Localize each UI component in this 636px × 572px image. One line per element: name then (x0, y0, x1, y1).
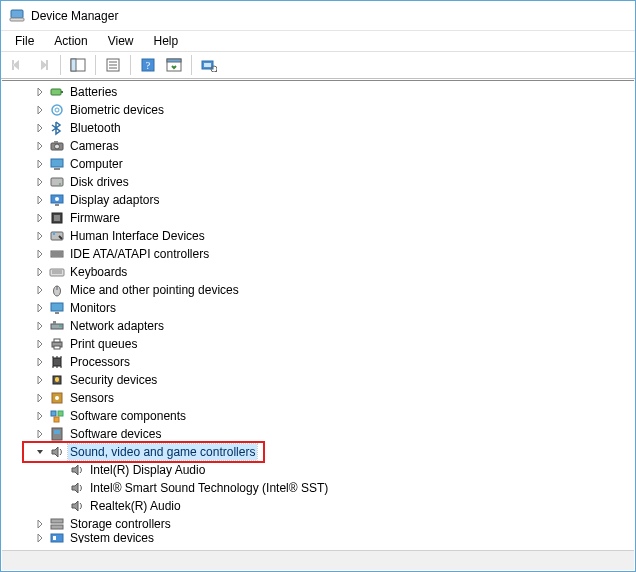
tree-node-label[interactable]: Print queues (68, 336, 139, 352)
chevron-right-icon[interactable] (32, 318, 48, 334)
chevron-right-icon[interactable] (32, 300, 48, 316)
tree-row[interactable]: Human Interface Devices (2, 227, 634, 245)
tree-row[interactable]: Sensors (2, 389, 634, 407)
tree-row[interactable]: Firmware (2, 209, 634, 227)
tree-row[interactable]: Batteries (2, 83, 634, 101)
tree-content-area[interactable]: BatteriesBiometric devicesBluetoothCamer… (2, 80, 634, 550)
tree-node-label[interactable]: Human Interface Devices (68, 228, 207, 244)
chevron-right-icon[interactable] (32, 426, 48, 442)
tree-node-label[interactable]: IDE ATA/ATAPI controllers (68, 246, 211, 262)
menu-help[interactable]: Help (146, 33, 187, 49)
tree-node-label[interactable]: Firmware (68, 210, 122, 226)
tree-row[interactable]: Keyboards (2, 263, 634, 281)
chevron-right-icon[interactable] (32, 138, 48, 154)
toolbar-separator (60, 55, 61, 75)
scan-hardware-button[interactable] (197, 54, 221, 76)
tree-node-label[interactable]: System devices (68, 533, 156, 543)
tree-node-label[interactable]: Realtek(R) Audio (88, 498, 183, 514)
tree-row[interactable]: Biometric devices (2, 101, 634, 119)
titlebar: Device Manager (1, 1, 635, 31)
tree-row[interactable]: Sound, video and game controllers (2, 443, 634, 461)
help-button[interactable]: ? (136, 54, 160, 76)
back-button (5, 54, 29, 76)
tree-row[interactable]: Cameras (2, 137, 634, 155)
chevron-right-icon[interactable] (32, 228, 48, 244)
tree-row[interactable]: Intel® Smart Sound Technology (Intel® SS… (2, 479, 634, 497)
tree-node-label[interactable]: Security devices (68, 372, 159, 388)
tree-node-label[interactable]: Network adapters (68, 318, 166, 334)
bluetooth-icon (49, 120, 65, 136)
chevron-right-icon[interactable] (32, 390, 48, 406)
tree-row[interactable]: IDE ATA/ATAPI controllers (2, 245, 634, 263)
tree-row[interactable]: Realtek(R) Audio (2, 497, 634, 515)
menu-file[interactable]: File (7, 33, 42, 49)
tree-node-label[interactable]: Sound, video and game controllers (68, 444, 257, 460)
tree-row[interactable]: Storage controllers (2, 515, 634, 533)
tree-row[interactable]: Computer (2, 155, 634, 173)
chevron-right-icon[interactable] (32, 372, 48, 388)
sound-icon (69, 480, 85, 496)
tree-node-label[interactable]: Storage controllers (68, 516, 173, 532)
chevron-right-icon[interactable] (32, 210, 48, 226)
tree-node-label[interactable]: Keyboards (68, 264, 129, 280)
svg-rect-43 (55, 312, 59, 314)
tree-row[interactable]: Print queues (2, 335, 634, 353)
tree-node-label[interactable]: Disk drives (68, 174, 131, 190)
chevron-right-icon[interactable] (32, 516, 48, 532)
properties-button[interactable] (101, 54, 125, 76)
cpu-icon (49, 354, 65, 370)
tree-row[interactable]: Network adapters (2, 317, 634, 335)
tree-node-label[interactable]: Monitors (68, 300, 118, 316)
sensor-icon (49, 390, 65, 406)
device-tree: BatteriesBiometric devicesBluetoothCamer… (2, 81, 634, 550)
menu-view[interactable]: View (100, 33, 142, 49)
chevron-right-icon[interactable] (32, 246, 48, 262)
device-manager-icon (9, 8, 25, 24)
tree-node-label[interactable]: Cameras (68, 138, 121, 154)
tree-node-label[interactable]: Processors (68, 354, 132, 370)
tree-row[interactable]: Software components (2, 407, 634, 425)
tree-node-label[interactable]: Sensors (68, 390, 116, 406)
chevron-right-icon[interactable] (32, 408, 48, 424)
tree-row[interactable]: Processors (2, 353, 634, 371)
chevron-right-icon[interactable] (32, 282, 48, 298)
tree-node-label[interactable]: Display adaptors (68, 192, 161, 208)
chevron-down-icon[interactable] (32, 444, 48, 460)
chevron-right-icon[interactable] (32, 102, 48, 118)
tree-row[interactable]: System devices (2, 533, 634, 543)
chevron-right-icon[interactable] (32, 84, 48, 100)
svg-rect-31 (54, 215, 60, 221)
chevron-right-icon[interactable] (32, 354, 48, 370)
menu-action[interactable]: Action (46, 33, 95, 49)
tree-node-label[interactable]: Intel(R) Display Audio (88, 462, 207, 478)
tree-node-label[interactable]: Bluetooth (68, 120, 123, 136)
chevron-right-icon[interactable] (32, 264, 48, 280)
svg-text:?: ? (146, 60, 151, 71)
action-button[interactable] (162, 54, 186, 76)
tree-node-label[interactable]: Computer (68, 156, 125, 172)
svg-rect-23 (51, 159, 63, 167)
tree-row[interactable]: Security devices (2, 371, 634, 389)
tree-node-label[interactable]: Mice and other pointing devices (68, 282, 241, 298)
chevron-right-icon[interactable] (32, 336, 48, 352)
tree-row[interactable]: Display adaptors (2, 191, 634, 209)
tree-node-label[interactable]: Biometric devices (68, 102, 166, 118)
tree-row[interactable]: Monitors (2, 299, 634, 317)
chevron-right-icon[interactable] (32, 174, 48, 190)
tree-node-label[interactable]: Software devices (68, 426, 163, 442)
tree-row[interactable]: Intel(R) Display Audio (2, 461, 634, 479)
tree-row[interactable]: Bluetooth (2, 119, 634, 137)
tree-node-label[interactable]: Software components (68, 408, 188, 424)
device-manager-window: Device Manager File Action View Help ? B… (0, 0, 636, 572)
chevron-right-icon[interactable] (32, 533, 48, 543)
tree-row[interactable]: Software devices (2, 425, 634, 443)
tree-row[interactable]: Mice and other pointing devices (2, 281, 634, 299)
svg-rect-68 (53, 536, 56, 540)
tree-row[interactable]: Disk drives (2, 173, 634, 191)
tree-node-label[interactable]: Intel® Smart Sound Technology (Intel® SS… (88, 480, 330, 496)
chevron-right-icon[interactable] (32, 120, 48, 136)
chevron-right-icon[interactable] (32, 156, 48, 172)
chevron-right-icon[interactable] (32, 192, 48, 208)
tree-node-label[interactable]: Batteries (68, 84, 119, 100)
show-hide-tree-button[interactable] (66, 54, 90, 76)
